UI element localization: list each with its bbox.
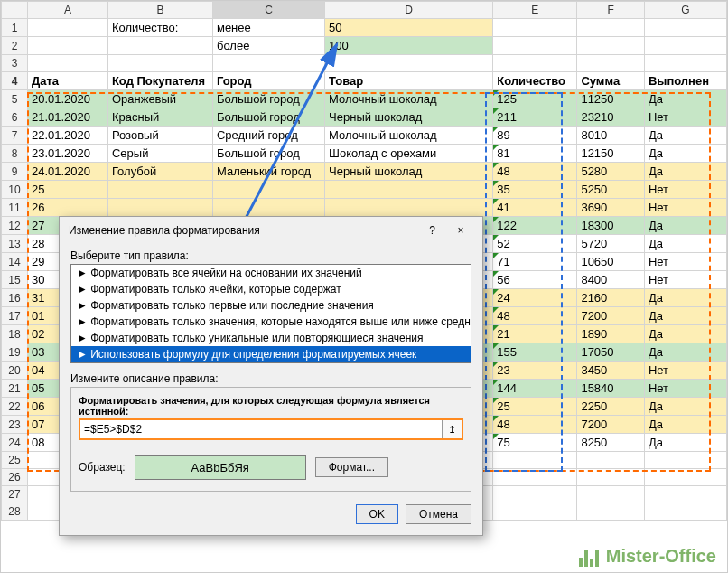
cell-sum[interactable]: 17050 — [577, 343, 644, 362]
cell-buyer[interactable]: Красный — [107, 108, 212, 127]
help-icon[interactable]: ? — [420, 224, 445, 237]
cell-date[interactable]: 20.01.2020 — [27, 90, 107, 108]
col-header[interactable]: A — [27, 2, 107, 19]
cell-done[interactable]: Да — [644, 90, 726, 108]
cell-qty[interactable]: 48 — [493, 163, 577, 181]
cell-city[interactable]: Средний город — [212, 127, 324, 145]
cell-done[interactable]: Нет — [644, 362, 726, 380]
row-header[interactable]: 20 — [2, 362, 28, 380]
cell-date[interactable]: 21.01.2020 — [27, 108, 107, 127]
cell-done[interactable]: Да — [644, 127, 726, 145]
cell-qty[interactable]: 81 — [493, 145, 577, 163]
ok-button[interactable]: OK — [356, 504, 398, 524]
row-header[interactable]: 4 — [2, 72, 28, 90]
col-header[interactable]: D — [325, 2, 493, 19]
cell-date[interactable]: 25 — [27, 181, 107, 199]
row-header[interactable]: 16 — [2, 289, 28, 307]
select-all-corner[interactable] — [2, 2, 28, 19]
cell-qty[interactable]: 23 — [493, 362, 577, 380]
row-header[interactable]: 12 — [2, 217, 28, 235]
cell-buyer[interactable] — [107, 199, 212, 217]
row-header[interactable]: 13 — [2, 235, 28, 253]
rule-option-selected[interactable]: ► Использовать формулу для определения ф… — [71, 346, 471, 362]
col-header[interactable]: F — [577, 2, 644, 19]
cell-done[interactable]: Да — [644, 289, 726, 307]
cell-done[interactable]: Да — [644, 217, 726, 235]
row-header[interactable]: 23 — [2, 416, 28, 434]
cell-product[interactable]: Черный шоколад — [325, 163, 493, 181]
formula-input[interactable] — [80, 420, 442, 438]
cell-sum[interactable]: 1890 — [577, 325, 644, 343]
cell-sum[interactable]: 8400 — [577, 271, 644, 289]
rule-option[interactable]: ► Форматировать только уникальные или по… — [71, 330, 471, 346]
cell-qty[interactable]: 155 — [493, 343, 577, 362]
cell-qty[interactable]: 211 — [493, 108, 577, 127]
col-header[interactable]: B — [107, 2, 212, 19]
cell-city[interactable]: Большой город — [212, 145, 324, 163]
row-header[interactable]: 6 — [2, 108, 28, 127]
cell-qty[interactable]: 21 — [493, 325, 577, 343]
cell[interactable]: более — [212, 37, 324, 55]
row-header[interactable]: 1 — [2, 19, 28, 37]
cell-done[interactable]: Да — [644, 343, 726, 362]
cell-buyer[interactable]: Розовый — [107, 127, 212, 145]
cancel-button[interactable]: Отмена — [406, 504, 471, 524]
cell-qty[interactable]: 56 — [493, 271, 577, 289]
col-header[interactable]: C — [212, 2, 324, 19]
row-header[interactable]: 5 — [2, 90, 28, 108]
cell-done[interactable]: Да — [644, 163, 726, 181]
rule-type-list[interactable]: ► Форматировать все ячейки на основании … — [70, 264, 471, 363]
cell-sum[interactable]: 18300 — [577, 217, 644, 235]
cell-done[interactable]: Да — [644, 145, 726, 163]
header-qty[interactable]: Количество — [493, 72, 577, 90]
cell-date[interactable]: 26 — [27, 199, 107, 217]
cell-qty[interactable]: 71 — [493, 253, 577, 271]
cell-qty[interactable]: 48 — [493, 307, 577, 325]
cell-buyer[interactable]: Оранжевый — [107, 90, 212, 108]
cell-sum[interactable]: 10650 — [577, 253, 644, 271]
cell-sum[interactable]: 5720 — [577, 235, 644, 253]
row-header[interactable]: 2 — [2, 37, 28, 55]
header-date[interactable]: Дата — [27, 72, 107, 90]
row-header[interactable]: 21 — [2, 380, 28, 398]
rule-option[interactable]: ► Форматировать все ячейки на основании … — [71, 265, 471, 281]
row-header[interactable]: 26 — [2, 469, 28, 486]
cell-sum[interactable]: 3690 — [577, 199, 644, 217]
cell[interactable]: 50 — [325, 19, 493, 37]
row-header[interactable]: 9 — [2, 163, 28, 181]
header-product[interactable]: Товар — [325, 72, 493, 90]
cell[interactable]: 100 — [325, 37, 493, 55]
row-header[interactable]: 17 — [2, 307, 28, 325]
cell-qty[interactable]: 122 — [493, 217, 577, 235]
col-header[interactable]: G — [644, 2, 726, 19]
cell-qty[interactable]: 89 — [493, 127, 577, 145]
cell-qty[interactable]: 144 — [493, 380, 577, 398]
cell-qty[interactable]: 48 — [493, 416, 577, 434]
row-header[interactable]: 25 — [2, 452, 28, 469]
cell-sum[interactable]: 8010 — [577, 127, 644, 145]
header-done[interactable]: Выполнен — [644, 72, 726, 90]
cell-product[interactable] — [325, 181, 493, 199]
row-header[interactable]: 7 — [2, 127, 28, 145]
cell-qty[interactable]: 52 — [493, 235, 577, 253]
cell-done[interactable]: Нет — [644, 253, 726, 271]
cell-sum[interactable]: 23210 — [577, 108, 644, 127]
cell-product[interactable]: Молочный шоколад — [325, 127, 493, 145]
cell-sum[interactable]: 11250 — [577, 90, 644, 108]
cell-city[interactable] — [212, 199, 324, 217]
cell-product[interactable]: Молочный шоколад — [325, 90, 493, 108]
range-selector-icon[interactable]: ↥ — [442, 420, 462, 438]
row-header[interactable]: 22 — [2, 398, 28, 416]
cell-done[interactable]: Да — [644, 398, 726, 416]
row-header[interactable]: 27 — [2, 486, 28, 503]
cell-sum[interactable]: 12150 — [577, 145, 644, 163]
cell-done[interactable]: Да — [644, 235, 726, 253]
col-header[interactable]: E — [493, 2, 577, 19]
cell-city[interactable]: Большой город — [212, 108, 324, 127]
row-header[interactable]: 8 — [2, 145, 28, 163]
cell[interactable]: менее — [212, 19, 324, 37]
cell-sum[interactable]: 7200 — [577, 307, 644, 325]
cell-done[interactable]: Да — [644, 307, 726, 325]
cell-done[interactable]: Да — [644, 325, 726, 343]
cell-sum[interactable]: 2250 — [577, 398, 644, 416]
